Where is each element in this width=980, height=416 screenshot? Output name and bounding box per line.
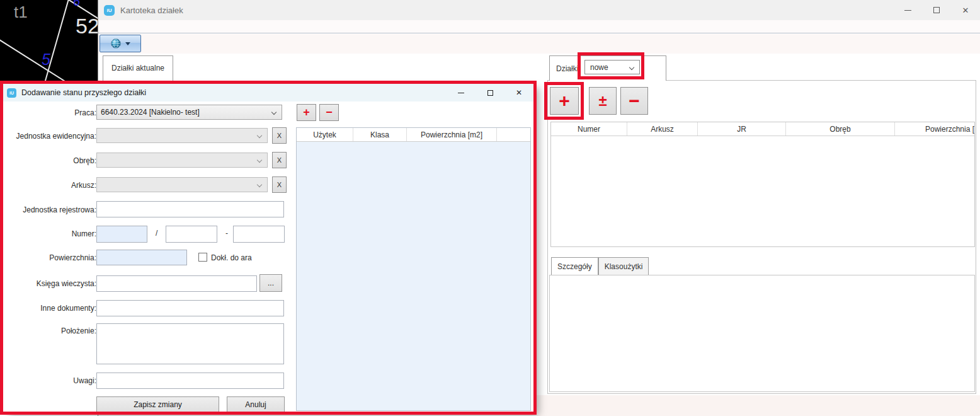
plus-icon: + bbox=[303, 106, 310, 119]
tab-klasouzytki[interactable]: Klasoużytki bbox=[598, 257, 649, 275]
map-label-5: 5 bbox=[42, 50, 50, 69]
numer-label: Numer: bbox=[8, 229, 96, 238]
dialog-titlebar: iU Dodawanie stanu przyszłego działki ✕ bbox=[3, 84, 533, 101]
window-title: Kartoteka działek bbox=[120, 6, 183, 15]
main-titlebar: iU Kartoteka działek ✕ bbox=[98, 0, 980, 20]
map-background: t1 52 5 6 bbox=[0, 0, 98, 83]
chevron-down-icon bbox=[257, 158, 262, 163]
app-icon: iU bbox=[104, 5, 115, 16]
anuluj-button[interactable]: Anuluj bbox=[227, 396, 285, 412]
minimize-button[interactable] bbox=[893, 0, 922, 20]
tab-dzialki-aktualne-label: Działki aktualne bbox=[111, 64, 164, 72]
ksiega-wieczysta-browse-button[interactable]: ... bbox=[259, 274, 282, 292]
powierzchnia-label: Powierzchnia: bbox=[8, 253, 96, 262]
map-label-t1: t1 bbox=[14, 3, 28, 22]
jednostka-rejestrowa-input[interactable] bbox=[96, 201, 284, 217]
powierzchnia-input[interactable] bbox=[96, 250, 187, 265]
tab-dzialki-label: Działki bbox=[556, 64, 578, 73]
numer-input-3[interactable] bbox=[233, 226, 285, 243]
arkusz-label: Arkusz: bbox=[8, 181, 96, 190]
column-header-powierzchnia-m2[interactable]: Powierzchnia [m2] bbox=[407, 128, 497, 141]
parcel-state-combobox[interactable]: nowe bbox=[584, 60, 640, 74]
klasouzytki-table-header: Użytek Klasa Powierzchnia [m2] bbox=[297, 128, 530, 142]
minus-icon: − bbox=[629, 90, 640, 112]
minus-icon: − bbox=[326, 106, 333, 119]
maximize-icon bbox=[487, 90, 493, 96]
column-header-powierzchnia[interactable]: Powierzchnia [m2] bbox=[895, 122, 975, 136]
map-layers-button[interactable] bbox=[100, 35, 141, 52]
close-button[interactable]: ✕ bbox=[951, 0, 980, 20]
x-icon: X bbox=[277, 181, 282, 188]
klasouzytki-table[interactable]: Użytek Klasa Powierzchnia [m2] bbox=[296, 127, 531, 411]
parcels-table-header: Numer Arkusz JR Obręb Powierzchnia [m2] bbox=[551, 122, 974, 136]
dialog-title: Dodawanie stanu przyszłego działki bbox=[21, 88, 146, 97]
chevron-down-icon bbox=[271, 110, 276, 115]
column-header-numer[interactable]: Numer bbox=[551, 122, 627, 136]
menu-strip bbox=[98, 20, 980, 33]
maximize-icon bbox=[933, 7, 940, 13]
parcel-state-value: nowe bbox=[590, 63, 608, 72]
tab-klasouzytki-label: Klasoużytki bbox=[605, 262, 643, 271]
close-icon: ✕ bbox=[962, 6, 969, 14]
tab-szczegoly[interactable]: Szczegóły bbox=[551, 257, 598, 275]
polozenie-label: Położenie: bbox=[8, 326, 96, 335]
numer-input-1[interactable] bbox=[96, 226, 147, 243]
zapisz-zmiany-button[interactable]: Zapisz zmiany bbox=[96, 396, 219, 412]
toolbar bbox=[98, 34, 980, 54]
remove-parcel-button[interactable]: − bbox=[620, 87, 648, 115]
obreb-combobox[interactable] bbox=[96, 153, 268, 168]
jednostka-ewidencyjna-clear-button[interactable]: X bbox=[272, 127, 287, 144]
column-header-arkusz[interactable]: Arkusz bbox=[627, 122, 698, 136]
x-icon: X bbox=[277, 156, 282, 164]
x-icon: X bbox=[277, 132, 282, 139]
plus-icon: + bbox=[559, 90, 570, 112]
column-header-jr[interactable]: JR bbox=[698, 122, 786, 136]
column-header-obreb[interactable]: Obręb bbox=[786, 122, 895, 136]
parcels-table[interactable]: Numer Arkusz JR Obręb Powierzchnia [m2] bbox=[550, 122, 975, 247]
uwagi-input[interactable] bbox=[96, 373, 284, 389]
column-header-uzytek[interactable]: Użytek bbox=[297, 128, 353, 141]
screen: t1 52 5 6 iU Kartoteka działek ✕ bbox=[0, 0, 980, 416]
column-header-filler bbox=[497, 128, 530, 141]
jednostka-ewidencyjna-label: Jednostka ewidencyjna: bbox=[8, 132, 96, 141]
modify-parcel-button[interactable]: ± bbox=[589, 87, 617, 115]
detail-panel bbox=[549, 275, 975, 392]
numer-input-2[interactable] bbox=[166, 226, 217, 243]
dokl-do-ara-label: Dokł. do ara bbox=[211, 253, 252, 262]
dokl-do-ara-checkbox[interactable] bbox=[198, 253, 207, 262]
praca-label: Praca: bbox=[8, 108, 96, 117]
dialog-minimize-button[interactable] bbox=[447, 84, 476, 101]
minimize-icon bbox=[904, 10, 911, 11]
obreb-label: Obręb: bbox=[8, 156, 96, 165]
uwagi-label: Uwagi: bbox=[8, 376, 96, 385]
plus-minus-icon: ± bbox=[598, 92, 607, 110]
obreb-clear-button[interactable]: X bbox=[272, 152, 287, 168]
tab-dzialki-aktualne[interactable]: Działki aktualne bbox=[103, 55, 173, 83]
close-icon: ✕ bbox=[516, 88, 522, 97]
arkusz-combobox[interactable] bbox=[96, 177, 268, 192]
minimize-icon bbox=[458, 93, 464, 93]
chevron-down-icon bbox=[257, 133, 262, 138]
arkusz-clear-button[interactable]: X bbox=[272, 176, 287, 193]
inne-dokumenty-label: Inne dokumenty: bbox=[8, 304, 96, 313]
praca-combobox[interactable]: 6640.23.2024 [Nakielno- test] bbox=[96, 105, 282, 120]
maximize-button[interactable] bbox=[922, 0, 951, 20]
add-parcel-button[interactable]: + bbox=[550, 87, 579, 115]
map-label-partial-digit: 6 bbox=[73, 0, 80, 9]
dialog-icon: iU bbox=[7, 88, 16, 98]
numer-separator-dash: - bbox=[225, 229, 228, 238]
ksiega-wieczysta-input[interactable] bbox=[96, 275, 257, 292]
remove-class-use-button[interactable]: − bbox=[319, 104, 339, 121]
add-class-use-button[interactable]: + bbox=[297, 104, 316, 121]
polozenie-textarea[interactable] bbox=[96, 323, 284, 364]
globe-icon bbox=[110, 38, 122, 49]
column-header-klasa[interactable]: Klasa bbox=[353, 128, 407, 141]
dialog-close-button[interactable]: ✕ bbox=[504, 84, 533, 101]
tab-szczegoly-label: Szczegóły bbox=[557, 262, 592, 271]
zapisz-zmiany-label: Zapisz zmiany bbox=[134, 400, 182, 409]
ksiega-wieczysta-label: Księga wieczysta: bbox=[8, 279, 96, 288]
anuluj-label: Anuluj bbox=[245, 400, 266, 409]
dialog-maximize-button[interactable] bbox=[476, 84, 504, 101]
inne-dokumenty-input[interactable] bbox=[96, 300, 284, 316]
jednostka-ewidencyjna-combobox[interactable] bbox=[96, 128, 268, 143]
